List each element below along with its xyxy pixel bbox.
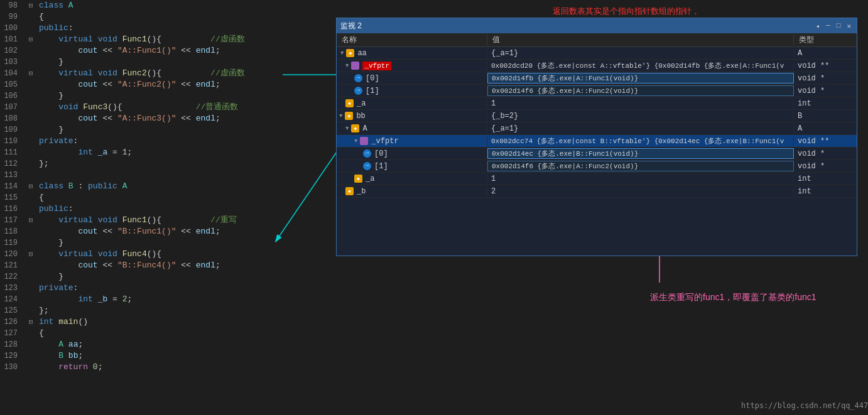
- code-line-121: 121 cout << "B::Func4()" << endl;: [0, 260, 339, 271]
- code-line-110: 110 private:: [0, 136, 339, 147]
- watch-cell-aa-0-type: void *: [794, 74, 857, 83]
- code-line-119: 119 }: [0, 237, 339, 249]
- watch-cell-aa-0-value: 0x002d14fb {多态.exe|A::Func1(void)}: [487, 73, 794, 84]
- watch-col-value: 值: [487, 35, 794, 45]
- watch-cell-bb-0-type: void *: [794, 149, 857, 158]
- watch-row-aa-0[interactable]: → [0] 0x002d14fb {多态.exe|A::Func1(void)}…: [337, 72, 857, 85]
- magenta-annotation: 派生类重写的func1，即覆盖了基类的func1: [650, 292, 816, 302]
- code-line-114: 114 ⊟ class B : public A: [0, 181, 339, 192]
- code-line-104: 104 ⊟ virtual void Func2(){ //虚函数: [0, 68, 339, 79]
- code-line-98: 98 ⊟ class A: [0, 0, 339, 11]
- code-line-111: 111 int _a = 1;: [0, 147, 339, 158]
- watch-cell-aa-a-type: int: [794, 99, 857, 108]
- watch-close-btn[interactable]: ✕: [845, 22, 853, 30]
- watch-cell-bb-type: B: [794, 112, 857, 121]
- watch-cell-aa-1-name: → [1]: [337, 87, 487, 95]
- watch-body: ▼ ◆ aa {_a=1} A ▼ _vfptr 0x002dcd20 {多态.…: [337, 47, 857, 256]
- watch-cell-aa-type: A: [794, 49, 857, 58]
- code-line-101: 101 ⊟ virtual void Func1(){ //虚函数: [0, 34, 339, 45]
- watch-scroll-btn[interactable]: ◂: [814, 22, 822, 30]
- watch-window: 监视 2 ◂ ─ □ ✕ 名称 值 类型 ▼ ◆ aa {_a=1} A ▼: [336, 18, 857, 256]
- code-line-128: 128 A aa;: [0, 339, 339, 350]
- code-line-120: 120 ⊟ virtual void Func4(){: [0, 249, 339, 260]
- watch-cell-aa-a-name: ◆ _a: [337, 99, 487, 108]
- watch-cell-aa-a-value: 1: [487, 99, 794, 108]
- code-line-109: 109 }: [0, 124, 339, 136]
- watch-cell-aa-vfptr-name: ▼ _vfptr: [337, 62, 487, 70]
- code-line-126: 126 ⊟ int main(): [0, 316, 339, 328]
- watch-header: 名称 值 类型: [337, 33, 857, 47]
- watch-cell-bb-vfptr-name: ▼ _vfptr: [337, 137, 487, 146]
- watch-titlebar: 监视 2 ◂ ─ □ ✕: [337, 18, 857, 33]
- watch-cell-aa-name: ▼ ◆ aa: [337, 49, 487, 58]
- watch-cell-bb-b-type: int: [794, 187, 857, 196]
- watch-row-aa-vfptr[interactable]: ▼ _vfptr 0x002dcd20 {多态.exe|const A::vft…: [337, 60, 857, 72]
- code-line-100: 100 public:: [0, 23, 339, 34]
- watch-row-bb-A[interactable]: ▼ ◆ A {_a=1} A: [337, 122, 857, 135]
- watch-row-aa-1[interactable]: → [1] 0x002d14f6 {多态.exe|A::Func2(void)}…: [337, 85, 857, 97]
- code-line-106: 106 }: [0, 90, 339, 102]
- code-line-99: 99 {: [0, 11, 339, 23]
- url-text: https://blog.csdn.net/qq_44785014: [741, 401, 868, 410]
- watch-row-bb-b[interactable]: ◆ _b 2 int: [337, 185, 857, 198]
- watch-controls: ◂ ─ □ ✕: [814, 22, 853, 30]
- watch-cell-bb-1-value: 0x002d14f6 {多态.exe|A::Func2(void)}: [487, 161, 794, 171]
- code-line-125: 125 };: [0, 305, 339, 316]
- watch-maximize-btn[interactable]: □: [835, 22, 843, 30]
- watch-cell-bb-value: {_b=2}: [487, 112, 794, 121]
- watch-cell-aa-vfptr-type: void **: [794, 62, 857, 70]
- code-line-130: 130 return 0;: [0, 362, 339, 373]
- watch-col-name: 名称: [337, 35, 487, 45]
- watch-row-bb-0[interactable]: → [0] 0x002d14ec {多态.exe|B::Func1(void)}…: [337, 148, 857, 160]
- code-line-102: 102 cout << "A::Func1()" << endl;: [0, 45, 339, 57]
- code-line-118: 118 cout << "B::Func1()" << endl;: [0, 226, 339, 237]
- code-line-103: 103 }: [0, 57, 339, 68]
- watch-cell-bb-b-name: ◆ _b: [337, 187, 487, 196]
- watch-cell-aa-0-name: → [0]: [337, 74, 487, 83]
- watch-cell-aa-1-type: void *: [794, 87, 857, 95]
- watch-cell-bb-1-type: void *: [794, 162, 857, 171]
- code-line-116: 116 public:: [0, 203, 339, 215]
- watch-cell-bb-aa-value: 1: [487, 175, 794, 183]
- code-line-122: 122 }: [0, 271, 339, 283]
- watch-cell-bb-0-value: 0x002d14ec {多态.exe|B::Func1(void)}: [487, 148, 794, 159]
- watch-title: 监视 2: [340, 21, 362, 31]
- watch-cell-bb-b-value: 2: [487, 187, 794, 196]
- code-line-112: 112 };: [0, 158, 339, 170]
- watch-cell-aa-vfptr-value: 0x002dcd20 {多态.exe|const A::vftable'} {0…: [487, 61, 794, 70]
- watch-cell-bb-A-type: A: [794, 124, 857, 133]
- watch-row-aa-a[interactable]: ◆ _a 1 int: [337, 97, 857, 110]
- watch-cell-bb-vfptr-type: void **: [794, 137, 857, 146]
- code-line-113: 113: [0, 170, 339, 181]
- code-line-123: 123 private:: [0, 283, 339, 294]
- code-editor: 98 ⊟ class A 99 { 100 public: 101 ⊟ virt…: [0, 0, 339, 415]
- watch-cell-bb-A-name: ▼ ◆ A: [337, 124, 487, 133]
- code-line-129: 129 B bb;: [0, 350, 339, 362]
- code-line-108: 108 cout << "A::Func3()" << endl;: [0, 113, 339, 124]
- watch-cell-aa-1-value: 0x002d14f6 {多态.exe|A::Func2(void)}: [487, 85, 794, 96]
- watch-row-bb-1[interactable]: → [1] 0x002d14f6 {多态.exe|A::Func2(void)}…: [337, 160, 857, 173]
- code-line-107: 107 void Func3(){ //普通函数: [0, 102, 339, 113]
- watch-row-bb-vfptr[interactable]: ▼ _vfptr 0x002dcc74 {多态.exe|const B::vft…: [337, 135, 857, 148]
- watch-cell-bb-1-name: → [1]: [337, 162, 487, 171]
- watch-minimize-btn[interactable]: ─: [824, 22, 832, 30]
- watch-cell-bb-name: ▼ ◆ bb: [337, 112, 487, 121]
- code-line-117: 117 ⊟ virtual void Func1(){ //重写: [0, 215, 339, 226]
- code-line-127: 127 {: [0, 328, 339, 339]
- code-line-115: 115 {: [0, 192, 339, 203]
- watch-row-bb[interactable]: ▼ ◆ bb {_b=2} B: [337, 110, 857, 122]
- watch-cell-bb-0-name: → [0]: [337, 149, 487, 158]
- code-line-105: 105 cout << "A::Func2()" << endl;: [0, 79, 339, 90]
- watch-row-aa[interactable]: ▼ ◆ aa {_a=1} A: [337, 47, 857, 60]
- watch-cell-bb-A-value: {_a=1}: [487, 124, 794, 133]
- watch-row-bb-aa[interactable]: ◆ _a 1 int: [337, 173, 857, 185]
- watch-cell-bb-aa-type: int: [794, 175, 857, 183]
- watch-col-type: 类型: [794, 35, 857, 45]
- watch-cell-aa-value: {_a=1}: [487, 49, 794, 58]
- watch-cell-bb-vfptr-value: 0x002dcc74 {多态.exe|const B::vftable'} {0…: [487, 136, 794, 146]
- code-line-124: 124 int _b = 2;: [0, 294, 339, 305]
- red-annotation-1: 返回数表其实是个指向指针数组的指针，: [553, 6, 700, 16]
- watch-cell-bb-aa-name: ◆ _a: [337, 175, 487, 183]
